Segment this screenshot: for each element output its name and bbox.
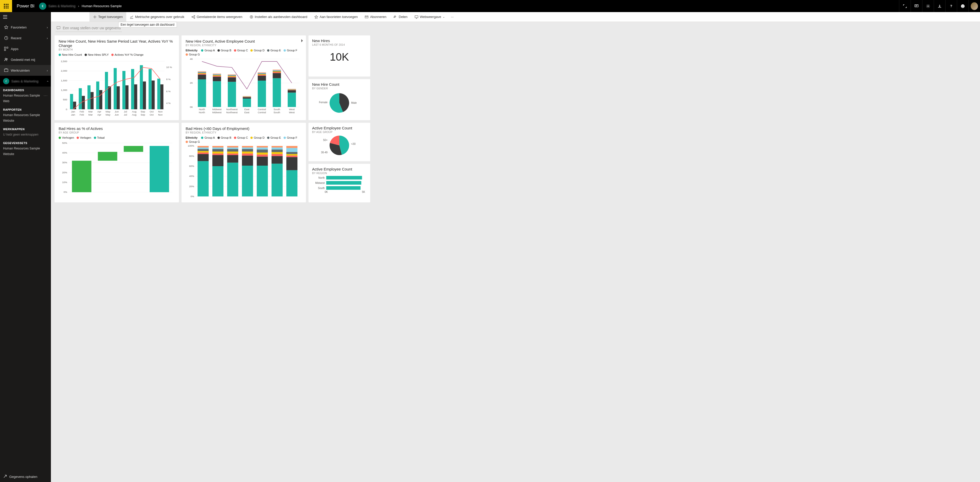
- usage-metrics-button[interactable]: Metrische gegevens over gebruik: [126, 12, 188, 22]
- add-tile-button[interactable]: Tegel toevoegen: [89, 12, 126, 22]
- svg-text:<30: <30: [351, 143, 356, 145]
- svg-rect-57: [96, 81, 99, 109]
- report-item[interactable]: Website: [3, 118, 48, 124]
- comments-icon[interactable]: [911, 0, 922, 12]
- nav-workspaces[interactable]: Werkruimten ›: [0, 65, 51, 76]
- svg-text:Oct: Oct: [150, 113, 154, 116]
- dataset-item[interactable]: Website: [3, 151, 48, 157]
- svg-text:0: 0: [66, 108, 67, 111]
- get-data-button[interactable]: Gegevens ophalen: [0, 471, 51, 482]
- svg-rect-50: [82, 96, 85, 109]
- web-view-button[interactable]: Webweergave ⌄: [411, 12, 449, 22]
- download-icon[interactable]: [934, 0, 945, 12]
- svg-rect-135: [258, 73, 266, 74]
- svg-rect-226: [272, 156, 283, 163]
- add-favorite-button[interactable]: Aan favorieten toevoegen: [311, 12, 361, 22]
- svg-text:Feb: Feb: [80, 110, 84, 113]
- svg-rect-115: [228, 77, 236, 78]
- svg-rect-133: [258, 75, 266, 76]
- svg-rect-230: [272, 147, 283, 149]
- dashboard-title: Human Resources Sample: [82, 4, 122, 8]
- svg-rect-2: [8, 4, 8, 5]
- svg-text:2,000: 2,000: [61, 69, 67, 72]
- svg-rect-98: [198, 73, 206, 74]
- more-icon[interactable]: ···: [44, 94, 48, 97]
- app-launcher[interactable]: [0, 0, 12, 12]
- svg-rect-237: [286, 148, 298, 152]
- related-items-button[interactable]: Gerelateerde items weergeven: [188, 12, 246, 22]
- tile-active-region[interactable]: Active Employee Count BY REGION NorthMid…: [309, 164, 370, 202]
- svg-rect-209: [227, 147, 238, 149]
- svg-text:Sep: Sep: [141, 110, 145, 113]
- chart-t7: 50+<3030-49: [312, 133, 366, 158]
- feedback-icon[interactable]: [957, 0, 969, 12]
- svg-rect-153: [288, 89, 296, 90]
- nav-apps[interactable]: Apps: [0, 43, 51, 54]
- svg-rect-81: [149, 69, 152, 109]
- svg-rect-108: [213, 75, 221, 75]
- svg-rect-213: [242, 154, 253, 155]
- svg-rect-125: [243, 97, 251, 97]
- nav-favorites[interactable]: Favorieten ›: [0, 22, 51, 33]
- help-icon[interactable]: ?: [945, 0, 957, 12]
- toolbar-more-button[interactable]: ···: [449, 12, 456, 22]
- fullscreen-icon[interactable]: [899, 0, 911, 12]
- svg-text:Female: Female: [319, 101, 328, 104]
- dashboard-item[interactable]: Web: [3, 98, 48, 104]
- svg-rect-137: [258, 73, 266, 73]
- tile-bad-hires-age[interactable]: Bad Hires as % of Actives BY AGE GROUP V…: [54, 123, 179, 202]
- svg-rect-99: [198, 73, 206, 73]
- svg-rect-190: [197, 161, 208, 197]
- tile-new-hire-region[interactable]: New Hire Count, Active Employee Count BY…: [181, 35, 306, 120]
- svg-text:4K: 4K: [190, 57, 193, 60]
- svg-text:Aug: Aug: [132, 110, 136, 113]
- svg-text:West: West: [289, 111, 294, 114]
- workspace-name-header[interactable]: Sales & Marketing: [48, 4, 76, 8]
- svg-rect-58: [99, 90, 102, 109]
- svg-text:2K: 2K: [190, 81, 193, 84]
- svg-rect-86: [161, 84, 164, 109]
- nav-recent[interactable]: Recent ›: [0, 33, 51, 43]
- content-area: Tegel toevoegen Metrische gegevens over …: [51, 12, 980, 482]
- tile-new-hires-kpi[interactable]: New Hires LAST 6 MONTHS OF 2014 10K: [309, 35, 370, 76]
- svg-text:Midwest: Midwest: [212, 108, 222, 111]
- dataset-item[interactable]: Human Resources Sample: [3, 146, 48, 151]
- report-item[interactable]: Human Resources Sample: [3, 112, 48, 118]
- legend: Verhogen Verlagen Totaal: [59, 136, 175, 139]
- svg-rect-193: [197, 151, 208, 152]
- svg-text:Midwest: Midwest: [212, 111, 222, 114]
- current-workspace[interactable]: € Sales & Marketing ›: [0, 76, 51, 87]
- svg-rect-220: [257, 155, 268, 157]
- settings-icon[interactable]: [922, 0, 934, 12]
- svg-rect-211: [242, 166, 253, 197]
- hamburger-icon[interactable]: [0, 12, 51, 22]
- svg-rect-109: [213, 74, 221, 75]
- tile-new-hire-yoy[interactable]: New Hire Count, New Hires Same Period La…: [54, 35, 179, 120]
- svg-rect-117: [228, 76, 236, 76]
- svg-rect-49: [79, 88, 82, 109]
- svg-rect-224: [257, 146, 268, 147]
- chart-t5: 0%10%20%30%40%50%: [59, 140, 175, 199]
- svg-point-12: [962, 5, 963, 6]
- avatar[interactable]: [969, 0, 980, 12]
- svg-rect-113: [228, 82, 236, 107]
- svg-text:2,500: 2,500: [61, 60, 67, 63]
- svg-rect-204: [227, 163, 238, 197]
- tile-new-hire-gender[interactable]: New Hire Count BY GENDER FemaleMale: [309, 79, 370, 120]
- subscribe-button[interactable]: Abonneren: [361, 12, 390, 22]
- svg-rect-217: [242, 146, 253, 147]
- section-workbooks: WERKMAPPEN U hebt geen werkmappen: [0, 125, 51, 140]
- tile-active-age[interactable]: Active Employee Count BY AGE GROUP 50+<3…: [309, 123, 370, 161]
- chevron-right-icon[interactable]: [301, 39, 303, 43]
- svg-text:Northwest: Northwest: [226, 111, 237, 114]
- arrow-icon: [3, 474, 7, 479]
- set-featured-button[interactable]: Instellen als aanbevolen dashboard: [246, 12, 311, 22]
- svg-point-24: [250, 16, 253, 18]
- nav-shared[interactable]: Gedeeld met mij: [0, 54, 51, 65]
- qna-input[interactable]: Een vraag stellen over uw gegevens: [56, 25, 122, 32]
- svg-text:May: May: [106, 113, 111, 116]
- svg-rect-114: [228, 77, 236, 82]
- dashboard-item[interactable]: Human Resources Sample···: [3, 93, 48, 98]
- tile-bad-hires-region[interactable]: Bad Hires (<60 Days of Employment) BY RE…: [181, 123, 306, 202]
- share-button[interactable]: Delen: [390, 12, 411, 22]
